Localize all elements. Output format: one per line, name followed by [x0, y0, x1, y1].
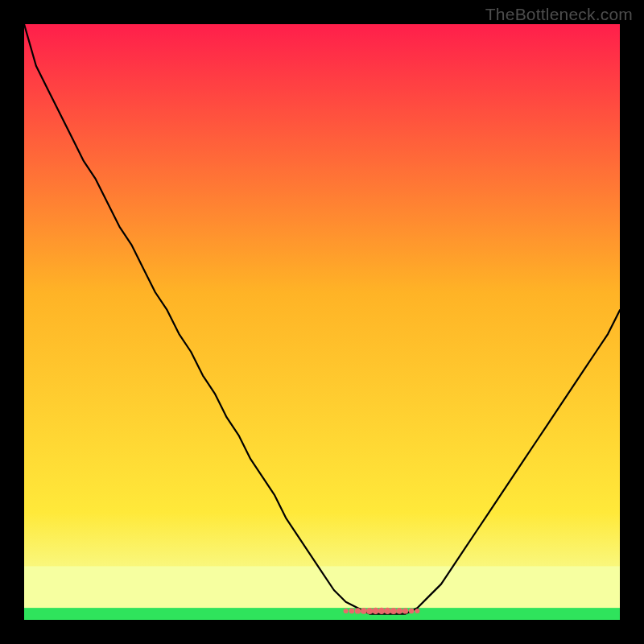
- good-band: [24, 608, 620, 620]
- marker-dot: [361, 608, 367, 614]
- marker-dot: [396, 608, 402, 614]
- marker-dot: [344, 609, 349, 613]
- marker-dot: [355, 608, 361, 613]
- marker-dot: [349, 609, 355, 614]
- marker-dot: [366, 608, 373, 614]
- chart-frame: TheBottleneck.com: [0, 0, 644, 644]
- bottleneck-chart: [24, 24, 620, 620]
- marker-dot: [378, 608, 385, 614]
- marker-dot: [415, 609, 419, 613]
- gradient-background: [24, 24, 620, 620]
- marker-dot: [409, 609, 415, 614]
- marker-dot: [384, 608, 390, 614]
- watermark-text: TheBottleneck.com: [485, 5, 633, 24]
- marker-dot: [390, 608, 397, 614]
- marker-dot: [372, 608, 378, 614]
- marker-dot: [402, 608, 408, 613]
- plot-area: [24, 24, 620, 620]
